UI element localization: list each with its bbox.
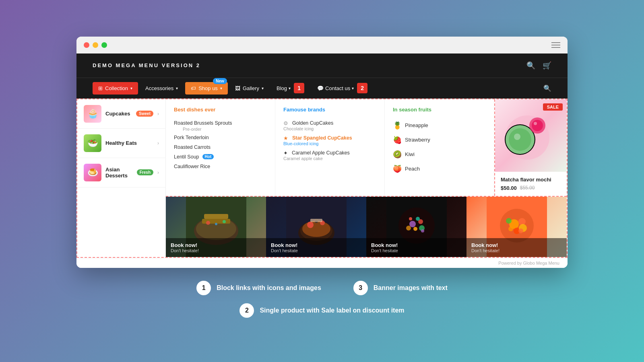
brand-star[interactable]: ★ Star Spangled CupCakes Blue-colored ic… bbox=[283, 133, 376, 148]
chevron-down-icon: ▾ bbox=[352, 86, 354, 90]
menu-main: Best dishes ever Roasted Brussels Sprout… bbox=[166, 99, 567, 257]
new-badge: New bbox=[213, 78, 227, 84]
nav-search-icon[interactable]: 🔍 bbox=[543, 84, 551, 92]
chevron-down-icon: ▾ bbox=[176, 86, 178, 90]
link-lentil[interactable]: Lentil Soup Hot bbox=[174, 152, 267, 162]
svg-point-3 bbox=[509, 128, 531, 151]
tag-icon: 🏷 bbox=[191, 85, 196, 91]
link-cauliflower[interactable]: Cauliflower Rice bbox=[174, 162, 267, 171]
banner-overlay-1: Book now! Don't hesitate! bbox=[166, 238, 266, 257]
svg-point-13 bbox=[206, 221, 210, 225]
sale-badge: SALE bbox=[543, 103, 563, 111]
link-pork[interactable]: Pork Tenderloin bbox=[174, 133, 267, 142]
fruit-peach[interactable]: 🍑 Peach bbox=[393, 162, 486, 176]
mega-menu: 🧁 Cupcakes Sweet › 🥗 Healthy Eats › 🍮 As… bbox=[76, 99, 568, 258]
col-best-dishes: Best dishes ever Roasted Brussels Sprout… bbox=[166, 99, 275, 196]
nav-item-gallery[interactable]: 🖼 Gallery ▾ bbox=[229, 82, 269, 95]
sub-preorder: Pre-order bbox=[174, 127, 267, 132]
num-badge-2: 2 bbox=[357, 83, 367, 93]
grid-icon: ⊞ bbox=[98, 85, 103, 91]
fruit-kiwi[interactable]: 🥝 Kiwi bbox=[393, 147, 486, 162]
svg-point-20 bbox=[307, 222, 314, 228]
banner-1[interactable]: Book now! Don't hesitate! bbox=[166, 197, 266, 257]
site-logo: DEMO MEGA MENU VERSION 2 bbox=[93, 62, 200, 68]
svg-point-6 bbox=[532, 120, 543, 131]
sidebar-label-cupcakes: Cupcakes bbox=[105, 111, 132, 117]
brand-caramel[interactable]: ✦ Caramel Apple CupCakes Caramel apple c… bbox=[283, 148, 376, 163]
brand-name-star: Star Spangled CupCakes bbox=[292, 135, 352, 141]
tag-fresh: Fresh bbox=[137, 169, 153, 175]
fruit-label-pineapple: Pineapple bbox=[405, 122, 428, 128]
chevron-right-icon: › bbox=[157, 170, 159, 175]
cart-icon[interactable]: 🛒 bbox=[543, 61, 551, 70]
legend-text-3: Banner images with text bbox=[374, 284, 448, 292]
svg-rect-24 bbox=[310, 219, 322, 222]
banner-title-3: Book now! bbox=[371, 242, 462, 248]
svg-point-43 bbox=[518, 228, 523, 233]
legend-num-2: 2 bbox=[239, 303, 254, 318]
nav-item-collection[interactable]: ⊞ Collection ▾ bbox=[93, 82, 138, 95]
browser-titlebar bbox=[76, 37, 568, 53]
sidebar-item-cupcakes[interactable]: 🧁 Cupcakes Sweet › bbox=[77, 99, 165, 129]
banner-4[interactable]: Book now! Don't hesitate! bbox=[466, 197, 567, 257]
browser-window: DEMO MEGA MENU VERSION 2 🔍 🛒 ⊞ Collectio… bbox=[76, 37, 568, 268]
brand-golden[interactable]: ⚙ Golden CupCakes Chocolate icing bbox=[283, 118, 376, 133]
sidebar-item-asian[interactable]: 🍮 Asian Desserts Fresh › bbox=[77, 158, 165, 187]
num-badge-1: 1 bbox=[294, 83, 304, 93]
menu-top: Best dishes ever Roasted Brussels Sprout… bbox=[166, 99, 567, 197]
banner-title-1: Book now! bbox=[171, 242, 261, 248]
legend-item-1: 1 Block links with icons and images bbox=[196, 281, 321, 295]
asian-thumbnail: 🍮 bbox=[84, 164, 101, 181]
price-old: $55.00 bbox=[520, 185, 535, 191]
banner-3[interactable]: Book now! Don't hesitate bbox=[366, 197, 466, 257]
banner-title-2: Book now! bbox=[271, 242, 361, 248]
tag-hot: Hot bbox=[202, 154, 214, 159]
nav-item-blog[interactable]: Blog ▾ 1 bbox=[271, 80, 310, 97]
product-name: Matcha flavor mochi bbox=[501, 177, 561, 183]
gallery-icon: 🖼 bbox=[235, 85, 240, 91]
banner-overlay-2: Book now! Don't hesitate bbox=[266, 238, 366, 257]
hamburger-menu[interactable] bbox=[551, 42, 560, 48]
banner-overlay-3: Book now! Don't hesitate bbox=[366, 238, 466, 257]
fruit-strawberry[interactable]: 🍓 Strawberry bbox=[393, 133, 486, 147]
cupcakes-thumbnail: 🧁 bbox=[84, 105, 101, 123]
legend-bar-2: 2 Single product with Sale label on disc… bbox=[239, 303, 404, 326]
brand-sub-star: Blue-colored icing bbox=[283, 141, 376, 146]
nav-item-accessories[interactable]: Accessories ▾ bbox=[140, 82, 184, 95]
banner-sub-3: Don't hesitate bbox=[371, 248, 462, 253]
brand-name-caramel: Caramel Apple CupCakes bbox=[292, 150, 350, 156]
svg-point-34 bbox=[416, 217, 420, 221]
dot-red[interactable] bbox=[84, 42, 89, 48]
col-title-brands: Famouse brands bbox=[283, 107, 376, 113]
link-carrots[interactable]: Roasted Carrots bbox=[174, 142, 267, 152]
search-icon[interactable]: 🔍 bbox=[526, 61, 535, 70]
banner-title-4: Book now! bbox=[471, 242, 562, 248]
banner-2[interactable]: Book now! Don't hesitate bbox=[266, 197, 366, 257]
header-icons: 🔍 🛒 bbox=[526, 61, 551, 70]
fruit-label-kiwi: Kiwi bbox=[405, 151, 415, 157]
dot-green[interactable] bbox=[101, 42, 107, 48]
dot-yellow[interactable] bbox=[93, 42, 98, 48]
fruit-pineapple[interactable]: 🍍 Pineapple bbox=[393, 118, 486, 133]
mega-footer: Powered by Globo Mega Menu bbox=[76, 258, 568, 268]
legend-text-1: Block links with icons and images bbox=[217, 284, 321, 292]
site-header: DEMO MEGA MENU VERSION 2 🔍 🛒 bbox=[76, 53, 568, 78]
brand-sub-caramel: Caramel apple cake bbox=[283, 156, 376, 161]
product-price: $50.00 $55.00 bbox=[501, 185, 561, 191]
svg-point-42 bbox=[506, 218, 512, 224]
svg-point-32 bbox=[421, 229, 424, 232]
menu-bottom: Book now! Don't hesitate! bbox=[166, 197, 567, 257]
footer-text: Powered by Globo Mega Menu bbox=[498, 261, 559, 265]
sidebar-item-healthy[interactable]: 🥗 Healthy Eats › bbox=[77, 129, 165, 158]
chevron-down-icon: ▾ bbox=[220, 86, 222, 90]
svg-point-7 bbox=[534, 122, 537, 125]
chevron-down-icon: ▾ bbox=[262, 86, 264, 90]
col-title-best-dishes: Best dishes ever bbox=[174, 107, 267, 113]
fruit-label-strawberry: Strawberry bbox=[405, 137, 430, 143]
nav-item-contact[interactable]: 💬 Contact us ▾ 2 bbox=[312, 80, 373, 97]
nav-item-shopus[interactable]: New 🏷 Shop us ▾ bbox=[185, 82, 228, 95]
gear-icon: ⚙ bbox=[283, 120, 288, 126]
svg-point-15 bbox=[215, 223, 217, 225]
svg-point-40 bbox=[508, 226, 513, 231]
brand-name-golden: Golden CupCakes bbox=[292, 120, 333, 126]
